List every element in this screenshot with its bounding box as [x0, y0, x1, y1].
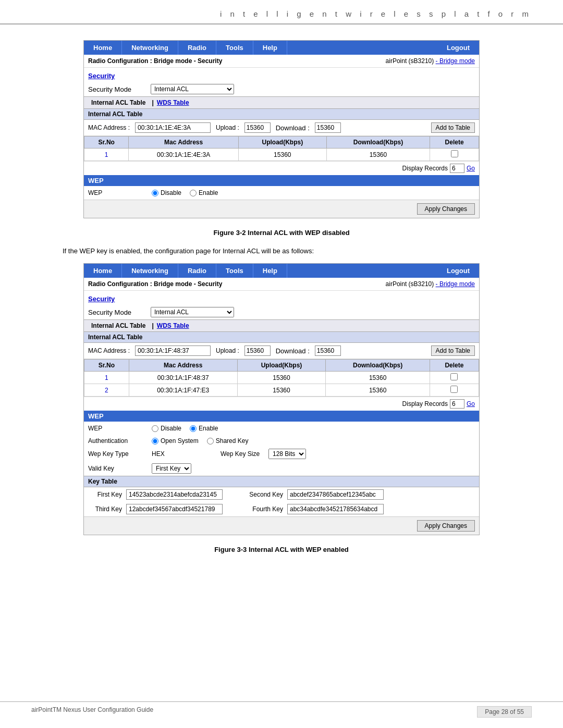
table-row: 2 00:30:1A:1F:47:E3 15360 15360	[84, 384, 479, 397]
row2-1-delete	[430, 372, 479, 384]
apply-btn-2[interactable]: Apply Changes	[417, 520, 475, 532]
third-key-input-2[interactable]	[126, 504, 223, 514]
breadcrumb-device-2: airPoint (sB3210)	[386, 280, 434, 288]
valid-key-row-2: Valid Key First Key	[84, 461, 479, 476]
wep-row-2: WEP Disable Enable	[84, 422, 479, 435]
breadcrumb-right-2: airPoint (sB3210) - Bridge mode	[386, 280, 475, 288]
figure1-panel: Home Networking Radio Tools Help Logout …	[83, 40, 480, 218]
nav-tools-2[interactable]: Tools	[216, 264, 253, 278]
security-link-2[interactable]: Security	[88, 295, 115, 303]
nav-help-2[interactable]: Help	[253, 264, 287, 278]
tab-wds-1[interactable]: WDS Table	[157, 99, 189, 106]
security-mode-select-2[interactable]: Internal ACL	[151, 307, 234, 317]
nav-logout-1[interactable]: Logout	[437, 41, 479, 55]
breadcrumb-row-1: Radio Configuration : Bridge mode - Secu…	[84, 55, 479, 68]
nav-home-2[interactable]: Home	[84, 264, 122, 278]
tab-wds-2[interactable]: WDS Table	[157, 322, 189, 329]
wep-row-1: WEP Disable Enable	[84, 186, 479, 200]
wep-disable-label-2[interactable]: Disable	[152, 425, 181, 432]
download-input-1[interactable]	[315, 122, 341, 133]
security-link-1[interactable]: Security	[88, 72, 115, 80]
auth-row-2: Authentication Open System Shared Key	[84, 435, 479, 447]
wep-key-size-select-2[interactable]: 128 Bits	[268, 449, 306, 459]
tab-internal-acl-1[interactable]: Internal ACL Table	[91, 99, 145, 106]
display-records-input-1[interactable]	[450, 164, 464, 173]
table-section-header-2: Internal ACL Table	[84, 332, 479, 343]
auth-open-label-2[interactable]: Open System	[152, 437, 199, 445]
mac-input-2[interactable]	[135, 346, 211, 356]
tab-internal-acl-2[interactable]: Internal ACL Table	[91, 322, 145, 329]
download-label-1: Download :	[276, 124, 310, 132]
wep-enable-label-1[interactable]: Enable	[190, 189, 218, 196]
table-section-header-1: Internal ACL Table	[84, 109, 479, 120]
breadcrumb-row-2: Radio Configuration : Bridge mode - Secu…	[84, 278, 479, 291]
nav-help-1[interactable]: Help	[253, 41, 287, 55]
row1-delete-1	[430, 149, 479, 161]
first-key-label-2: First Key	[88, 491, 122, 498]
wep-key-size-label-2: Wep Key Size	[221, 450, 262, 458]
wep-disable-label-1[interactable]: Disable	[152, 189, 181, 196]
mac-label-2: MAC Address :	[88, 347, 130, 354]
nav-radio-1[interactable]: Radio	[178, 41, 216, 55]
upload-input-2[interactable]	[244, 346, 271, 356]
wep-radio-group-1: Disable Enable	[152, 189, 218, 196]
auth-shared-label-2[interactable]: Shared Key	[207, 437, 249, 445]
first-second-key-row-2: First Key Second Key	[84, 487, 479, 502]
second-key-input-2[interactable]	[287, 489, 384, 500]
auth-label-2: Authentication	[88, 437, 145, 445]
display-records-input-2[interactable]	[450, 399, 464, 409]
fourth-key-label-2: Fourth Key	[247, 505, 283, 513]
nav-bar-2: Home Networking Radio Tools Help Logout	[84, 264, 479, 278]
first-key-input-2[interactable]	[126, 489, 223, 500]
display-records-row-2: Display Records Go	[84, 397, 479, 411]
row2-2-srno-link[interactable]: 2	[105, 387, 108, 394]
row1-delete-checkbox-1[interactable]	[451, 150, 458, 157]
fourth-key-input-2[interactable]	[287, 504, 384, 514]
download-input-2[interactable]	[315, 346, 341, 356]
auth-shared-radio-2[interactable]	[207, 438, 214, 445]
add-to-table-btn-1[interactable]: Add to Table	[431, 122, 475, 133]
nav-networking-1[interactable]: Networking	[122, 41, 178, 55]
valid-key-select-2[interactable]: First Key	[152, 463, 191, 474]
upload-input-1[interactable]	[244, 122, 271, 133]
wep-enable-radio-1[interactable]	[190, 190, 197, 196]
display-records-label-1: Display Records	[402, 165, 448, 172]
nav-networking-2[interactable]: Networking	[122, 264, 178, 278]
tab-separator-2: |	[152, 322, 153, 329]
nav-logout-2[interactable]: Logout	[437, 264, 479, 278]
row1-srno-link-1[interactable]: 1	[105, 151, 108, 158]
breadcrumb-mode-link-2[interactable]: Bridge mode	[439, 280, 475, 288]
mac-input-1[interactable]	[135, 122, 211, 133]
auth-open-radio-2[interactable]	[152, 438, 158, 445]
nav-tools-1[interactable]: Tools	[216, 41, 253, 55]
go-link-2[interactable]: Go	[467, 400, 475, 408]
row1-upload-1: 15360	[238, 149, 326, 161]
row1-mac-1: 00:30:1A:1E:4E:3A	[129, 149, 238, 161]
acl-table-1: Sr.No Mac Address Upload(Kbps) Download(…	[84, 136, 479, 161]
figure2-panel: Home Networking Radio Tools Help Logout …	[83, 263, 480, 535]
row2-2-delete-checkbox[interactable]	[450, 386, 458, 393]
row2-1-delete-checkbox[interactable]	[450, 373, 458, 380]
row2-1-srno-link[interactable]: 1	[105, 374, 108, 381]
wep-disable-radio-2[interactable]	[152, 425, 158, 432]
wep-disable-radio-1[interactable]	[152, 190, 158, 196]
wep-enable-label-2[interactable]: Enable	[190, 425, 218, 432]
wep-enable-radio-2[interactable]	[190, 425, 197, 432]
row2-1-download: 15360	[326, 372, 430, 384]
row2-2-srno: 2	[84, 384, 129, 397]
security-mode-select-1[interactable]: Internal ACL	[151, 84, 234, 94]
breadcrumb-device-1: airPoint (sB3210)	[386, 57, 434, 65]
page-body: Home Networking Radio Tools Help Logout …	[0, 40, 563, 553]
nav-radio-2[interactable]: Radio	[178, 264, 216, 278]
footer-left: airPointTM Nexus User Configuration Guid…	[31, 706, 153, 718]
go-link-1[interactable]: Go	[467, 165, 475, 172]
wep-radio-group-2: Disable Enable	[152, 425, 218, 432]
breadcrumb-mode-link-1[interactable]: Bridge mode	[439, 57, 475, 65]
security-mode-label-1: Security Mode	[88, 85, 151, 93]
nav-home-1[interactable]: Home	[84, 41, 122, 55]
security-mode-row-2: Security Mode Internal ACL	[84, 305, 479, 319]
row1-srno-1: 1	[84, 149, 129, 161]
apply-btn-1[interactable]: Apply Changes	[417, 203, 475, 215]
table-row: 1 00:30:1A:1F:48:37 15360 15360	[84, 372, 479, 384]
add-to-table-btn-2[interactable]: Add to Table	[431, 346, 475, 356]
